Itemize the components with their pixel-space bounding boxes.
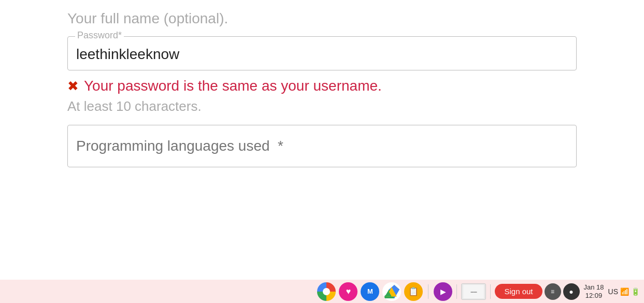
purple-app-icon[interactable]: ▶: [434, 282, 452, 301]
form-area: Your full name (optional). Password* ✖ Y…: [0, 0, 644, 280]
error-row: ✖ Your password is the same as your user…: [67, 78, 577, 94]
prog-lang-field-wrapper: [67, 125, 577, 167]
system-tray: US 📶 🔋: [608, 287, 640, 296]
password-input[interactable]: [68, 37, 576, 70]
circle-icon[interactable]: ●: [563, 283, 580, 300]
drive-icon[interactable]: [382, 282, 401, 301]
password-hint: At least 10 characters.: [67, 98, 577, 114]
taskbar-app-icons: ♥ M 📋 ▶: [317, 282, 452, 301]
pink-app-icon[interactable]: ♥: [339, 282, 357, 301]
meet-icon[interactable]: M: [361, 282, 379, 301]
date-label: Jan 18: [584, 283, 604, 292]
taskbar: ♥ M 📋 ▶: [0, 280, 644, 303]
window-thumbnail[interactable]: ▬▬: [461, 283, 486, 300]
menu-icon[interactable]: ≡: [545, 283, 561, 300]
taskbar-divider-3: [490, 284, 491, 299]
error-icon: ✖: [67, 78, 79, 94]
time-label: 12:09: [585, 292, 603, 300]
battery-icon: 🔋: [631, 287, 640, 296]
date-time-display: Jan 18 12:09: [584, 283, 604, 299]
sign-out-button[interactable]: Sign out: [495, 284, 542, 299]
password-field-wrapper: Password*: [67, 36, 577, 70]
error-message: Your password is the same as your userna…: [84, 78, 382, 94]
keep-icon[interactable]: 📋: [404, 282, 423, 301]
password-label: Password*: [75, 30, 124, 41]
locale-label: US: [608, 287, 618, 296]
chrome-icon[interactable]: [317, 282, 336, 301]
taskbar-divider: [428, 284, 428, 299]
taskbar-divider-2: [456, 284, 457, 299]
full-name-hint: Your full name (optional).: [67, 10, 577, 27]
wifi-icon: 📶: [620, 287, 629, 296]
prog-lang-input[interactable]: [68, 125, 576, 167]
